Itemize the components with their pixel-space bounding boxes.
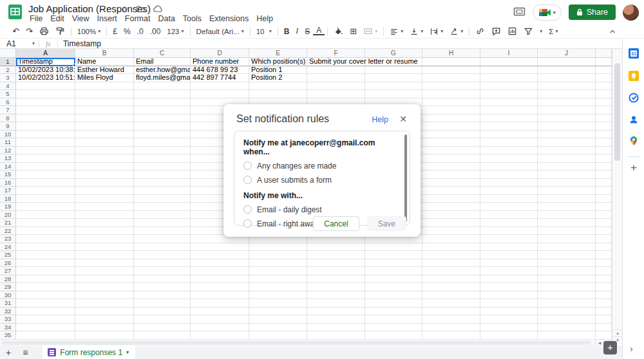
cell-C26[interactable] bbox=[134, 259, 191, 268]
row-header-12[interactable]: 12 bbox=[0, 147, 16, 155]
cell-F27[interactable] bbox=[307, 267, 365, 275]
cell-A2[interactable]: 10/02/2023 10:38:53 bbox=[16, 66, 75, 75]
cell-F4[interactable] bbox=[307, 82, 365, 91]
cell-I33[interactable] bbox=[480, 315, 538, 324]
cell-C21[interactable] bbox=[134, 219, 191, 227]
cell-F2[interactable] bbox=[307, 66, 365, 75]
formula-input[interactable]: Timestamp bbox=[58, 39, 101, 48]
cell-E1[interactable]: Which position(s) are you bbox=[249, 58, 307, 66]
cell-H20[interactable] bbox=[422, 211, 480, 219]
cell-I9[interactable] bbox=[480, 122, 538, 131]
cell-K28[interactable] bbox=[596, 275, 612, 284]
cell-I16[interactable] bbox=[480, 179, 538, 187]
cell-A26[interactable] bbox=[16, 259, 75, 268]
cell-G3[interactable] bbox=[365, 74, 422, 82]
cell-K31[interactable] bbox=[596, 299, 612, 308]
cell-J11[interactable] bbox=[538, 138, 596, 147]
cell-B33[interactable] bbox=[75, 315, 134, 324]
cell-J7[interactable] bbox=[538, 106, 596, 115]
cell-B34[interactable] bbox=[75, 324, 134, 332]
row-header-13[interactable]: 13 bbox=[0, 154, 16, 163]
text-wrap-button[interactable]: ▾ bbox=[426, 27, 446, 36]
cell-B27[interactable] bbox=[75, 267, 134, 275]
cell-F31[interactable] bbox=[307, 299, 365, 308]
horizontal-scrollbar-thumb[interactable] bbox=[1, 341, 591, 345]
option-any-changes[interactable]: Any changes are made bbox=[243, 161, 401, 170]
fill-handle[interactable] bbox=[73, 64, 76, 67]
cell-H18[interactable] bbox=[422, 195, 480, 203]
cell-A3[interactable]: 10/02/2023 10:51:17 bbox=[16, 74, 75, 82]
cell-K3[interactable] bbox=[596, 74, 612, 82]
cell-K25[interactable] bbox=[596, 251, 612, 259]
show-side-panel-button[interactable]: › bbox=[630, 344, 633, 354]
cell-I15[interactable] bbox=[480, 170, 538, 179]
cell-C14[interactable] bbox=[134, 163, 191, 171]
cell-I24[interactable] bbox=[480, 243, 538, 252]
cell-C28[interactable] bbox=[134, 275, 191, 284]
cell-C29[interactable] bbox=[134, 283, 191, 291]
currency-format-button[interactable]: £ bbox=[109, 27, 120, 36]
cell-C5[interactable] bbox=[134, 90, 191, 98]
sheet-tab-active[interactable]: Form responses 1 ▾ bbox=[43, 345, 135, 359]
cell-J25[interactable] bbox=[538, 251, 596, 259]
cell-K13[interactable] bbox=[596, 154, 612, 163]
cell-G31[interactable] bbox=[365, 299, 422, 308]
print-button[interactable] bbox=[36, 26, 52, 36]
cell-J15[interactable] bbox=[538, 170, 596, 179]
cell-C30[interactable] bbox=[134, 291, 191, 300]
row-header-25[interactable]: 25 bbox=[0, 251, 16, 259]
cell-G24[interactable] bbox=[365, 243, 422, 252]
row-header-31[interactable]: 31 bbox=[0, 299, 16, 308]
comment-history-icon[interactable] bbox=[513, 7, 526, 17]
cell-J28[interactable] bbox=[538, 275, 596, 284]
cell-G25[interactable] bbox=[365, 251, 422, 259]
row-header-35[interactable]: 35 bbox=[0, 331, 16, 340]
cell-A33[interactable] bbox=[16, 315, 75, 324]
cell-F24[interactable] bbox=[307, 243, 365, 252]
cell-E31[interactable] bbox=[249, 299, 307, 308]
cell-K6[interactable] bbox=[596, 98, 612, 107]
cell-B6[interactable] bbox=[75, 98, 134, 107]
row-header-15[interactable]: 15 bbox=[0, 170, 16, 179]
meet-dropdown-caret[interactable]: ▾ bbox=[553, 10, 556, 15]
cell-C13[interactable] bbox=[134, 154, 191, 163]
cell-I2[interactable] bbox=[480, 66, 538, 75]
cell-B4[interactable] bbox=[75, 82, 134, 91]
row-header-2[interactable]: 2 bbox=[0, 66, 16, 75]
cell-E30[interactable] bbox=[249, 291, 307, 300]
row-header-24[interactable]: 24 bbox=[0, 243, 16, 252]
cell-J6[interactable] bbox=[538, 98, 596, 107]
row-header-1[interactable]: 1 bbox=[0, 58, 16, 66]
cell-K20[interactable] bbox=[596, 211, 612, 219]
cell-H1[interactable] bbox=[422, 58, 480, 66]
cell-A8[interactable] bbox=[16, 115, 75, 123]
cell-H19[interactable] bbox=[422, 203, 480, 211]
column-header-partial[interactable] bbox=[596, 49, 612, 58]
redo-button[interactable]: ↷ bbox=[23, 26, 36, 36]
cell-K19[interactable] bbox=[596, 203, 612, 211]
cell-B15[interactable] bbox=[75, 170, 134, 179]
sheet-tab-menu-caret[interactable]: ▾ bbox=[126, 349, 129, 355]
cell-B31[interactable] bbox=[75, 299, 134, 308]
cell-B32[interactable] bbox=[75, 308, 134, 316]
cell-C32[interactable] bbox=[134, 308, 191, 316]
cell-C27[interactable] bbox=[134, 267, 191, 275]
cell-B16[interactable] bbox=[75, 179, 134, 187]
cell-E28[interactable] bbox=[249, 275, 307, 284]
share-button[interactable]: Share bbox=[569, 5, 616, 20]
cell-C17[interactable] bbox=[134, 187, 191, 195]
cell-E5[interactable] bbox=[249, 90, 307, 98]
cell-B21[interactable] bbox=[75, 219, 134, 227]
functions-button[interactable]: Σ▾ bbox=[545, 28, 561, 35]
cell-A6[interactable] bbox=[16, 98, 75, 107]
cell-I19[interactable] bbox=[480, 203, 538, 211]
cell-K7[interactable] bbox=[596, 106, 612, 115]
column-header-I[interactable]: I bbox=[480, 49, 538, 58]
cell-B10[interactable] bbox=[75, 131, 134, 139]
cell-B1[interactable]: Name bbox=[75, 58, 134, 66]
row-header-18[interactable]: 18 bbox=[0, 195, 16, 203]
cell-J24[interactable] bbox=[538, 243, 596, 252]
cell-I7[interactable] bbox=[480, 106, 538, 115]
cell-K4[interactable] bbox=[596, 82, 612, 91]
cell-I1[interactable] bbox=[480, 58, 538, 66]
